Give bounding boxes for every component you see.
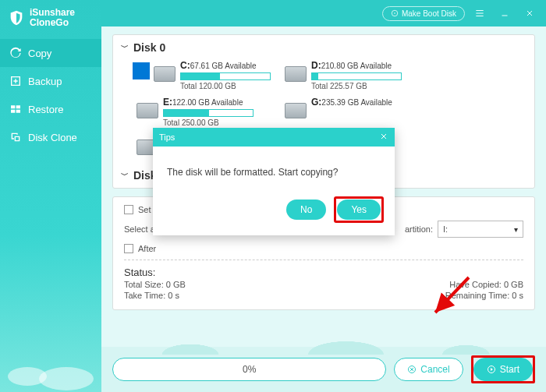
progress-bar: 0% (112, 358, 386, 381)
restore-icon (9, 103, 22, 115)
after-label: After (138, 244, 156, 253)
tips-dialog: Tips The disk will be formatted. Start c… (153, 128, 395, 235)
annotation-arrow (426, 270, 480, 324)
svg-line-4 (435, 277, 469, 313)
decorative-clouds (0, 345, 101, 392)
play-icon (487, 365, 496, 374)
partition-letter: D: (311, 60, 321, 71)
status-total-size: Total Size: 0 GB (124, 280, 186, 289)
sidebar-item-label: Restore (28, 104, 64, 115)
start-highlight: Start (471, 355, 535, 383)
yes-label: Yes (351, 204, 367, 215)
dialog-yes-button[interactable]: Yes (337, 200, 381, 220)
partition-letter: G: (311, 97, 321, 108)
partition-available: 235.39 GB Available (321, 98, 392, 107)
backup-icon (9, 75, 22, 87)
start-label: Start (500, 364, 519, 375)
cancel-button[interactable]: Cancel (394, 358, 463, 381)
copy-icon (9, 47, 22, 59)
sidebar-item-disk-clone[interactable]: Disk Clone (0, 123, 101, 151)
partition-total: Total 250.00 GB (163, 118, 254, 127)
menu-button[interactable] (470, 5, 490, 22)
set-checkbox[interactable] (124, 205, 133, 214)
drive-icon (136, 103, 158, 118)
drive-icon (285, 66, 307, 82)
app-name-line2: CloneGo (30, 18, 75, 28)
start-button[interactable]: Start (473, 358, 533, 381)
partition-total: Total 120.00 GB (180, 82, 271, 90)
sidebar-item-label: Copy (28, 48, 51, 59)
close-button[interactable] (519, 5, 540, 22)
partition-available: 210.80 GB Available (321, 62, 392, 70)
sidebar-item-backup[interactable]: Backup (0, 67, 101, 95)
yes-highlight: Yes (334, 196, 384, 223)
partition-total: Total 225.57 GB (311, 82, 402, 90)
titlebar: Make Boot Disk (101, 0, 546, 26)
partition-e[interactable]: E:122.00 GB Available Total 250.00 GB (136, 97, 254, 127)
dialog-no-button[interactable]: No (286, 200, 326, 220)
sidebar-item-label: Backup (28, 76, 62, 87)
partition-available: 122.00 GB Available (172, 98, 243, 107)
sidebar-item-label: Disk Clone (28, 132, 77, 143)
minimize-icon (500, 9, 509, 18)
sidebar-item-copy[interactable]: Copy (0, 39, 101, 67)
destination-partition-select[interactable]: I: (438, 221, 523, 238)
sidebar-item-restore[interactable]: Restore (0, 95, 101, 123)
disk0-header[interactable]: ﹀ Disk 0 (113, 35, 534, 57)
dialog-message: The disk will be formatted. Start copyin… (167, 167, 338, 178)
disk0-title: Disk 0 (133, 41, 165, 54)
cancel-icon (407, 365, 417, 374)
windows-drive-icon (154, 66, 176, 82)
disk-clone-icon (9, 131, 22, 143)
partition-g[interactable]: G:235.39 GB Available (285, 97, 402, 127)
app-logo: iSunshare CloneGo (0, 0, 101, 39)
dest-label: artition: (405, 224, 433, 234)
dialog-close-button[interactable] (379, 131, 388, 143)
dest-value: I: (443, 224, 448, 234)
progress-value: 0% (243, 364, 256, 375)
menu-icon (474, 8, 485, 19)
partition-letter: C: (180, 60, 190, 71)
sidebar: iSunshare CloneGo Copy Backup Restore Di… (0, 0, 101, 392)
drive-icon (285, 103, 307, 118)
close-icon (525, 9, 534, 18)
svg-point-1 (394, 12, 395, 14)
minimize-button[interactable] (495, 5, 515, 22)
cancel-label: Cancel (420, 364, 449, 375)
status-take-time: Take Time: 0 s (124, 291, 179, 300)
partition-c[interactable]: C:67.61 GB Available Total 120.00 GB (154, 60, 271, 90)
partition-d[interactable]: D:210.80 GB Available Total 225.57 GB (285, 60, 402, 90)
dialog-title: Tips (159, 132, 175, 142)
make-boot-disk-button[interactable]: Make Boot Disk (382, 6, 465, 21)
chevron-down-icon: ﹀ (121, 170, 129, 181)
disc-icon (391, 9, 399, 17)
shield-icon (8, 9, 25, 26)
select-label: Select a (124, 224, 155, 234)
chevron-down-icon: ﹀ (121, 42, 129, 53)
after-checkbox[interactable] (124, 244, 133, 253)
close-icon (379, 132, 388, 141)
no-label: No (300, 204, 312, 215)
partition-available: 67.61 GB Available (190, 62, 257, 70)
footer: 0% Cancel Start (101, 347, 546, 392)
make-boot-disk-label: Make Boot Disk (402, 9, 456, 18)
partition-letter: E: (163, 97, 172, 108)
